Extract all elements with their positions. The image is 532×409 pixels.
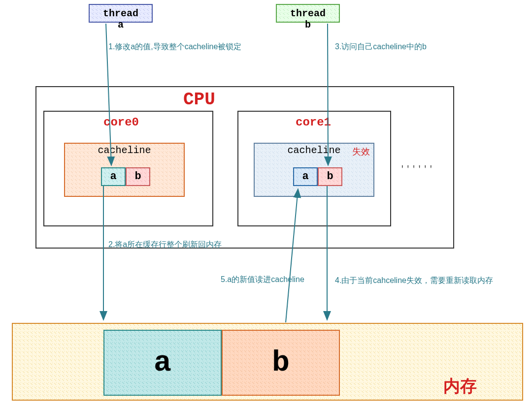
core1-cell-b: b	[318, 167, 342, 186]
core0-cacheline-label: cacheline	[65, 144, 184, 156]
annotation-step1: 1.修改a的值,导致整个cacheline被锁定	[108, 42, 241, 52]
core1-label: core1	[296, 116, 331, 129]
memory-cell-b-label: b	[272, 346, 290, 379]
core1-invalid-label: 失效	[352, 146, 370, 157]
thread-b-box: thread b	[276, 4, 340, 23]
annotation-step5: 5.a的新值读进cacheline	[221, 275, 304, 285]
ellipsis: ''''''	[400, 165, 434, 174]
thread-a-label: thread a	[103, 8, 138, 31]
annotation-step4: 4.由于当前cahceline失效，需要重新读取内存	[335, 276, 493, 286]
core0-cell-b: b	[126, 167, 150, 186]
core0-cell-b-label: b	[134, 170, 141, 183]
thread-a-box: thread a	[89, 4, 153, 23]
thread-b-label: thread b	[290, 8, 326, 31]
diagram-root: thread a thread b CPU core0 cacheline a …	[0, 0, 532, 409]
core1-cell-b-label: b	[327, 170, 333, 183]
core1-cell-a-label: a	[302, 170, 308, 183]
annotation-step2: 2.将a所在缓存行整个刷新回内存	[108, 240, 222, 250]
memory-cell-a-label: a	[154, 346, 171, 379]
memory-label: 内存	[443, 375, 477, 398]
core0-cell-a: a	[101, 167, 126, 186]
memory-cell-a: a	[103, 330, 222, 396]
annotation-step3: 3.访问自己cacheline中的b	[335, 42, 427, 52]
memory-cell-b: b	[222, 330, 340, 396]
core1-cacheline-label: cacheline	[287, 144, 340, 156]
cpu-title: CPU	[183, 90, 215, 110]
core0-cell-a-label: a	[110, 170, 116, 183]
core0-label: core0	[103, 116, 139, 129]
core1-cell-a: a	[293, 167, 318, 186]
